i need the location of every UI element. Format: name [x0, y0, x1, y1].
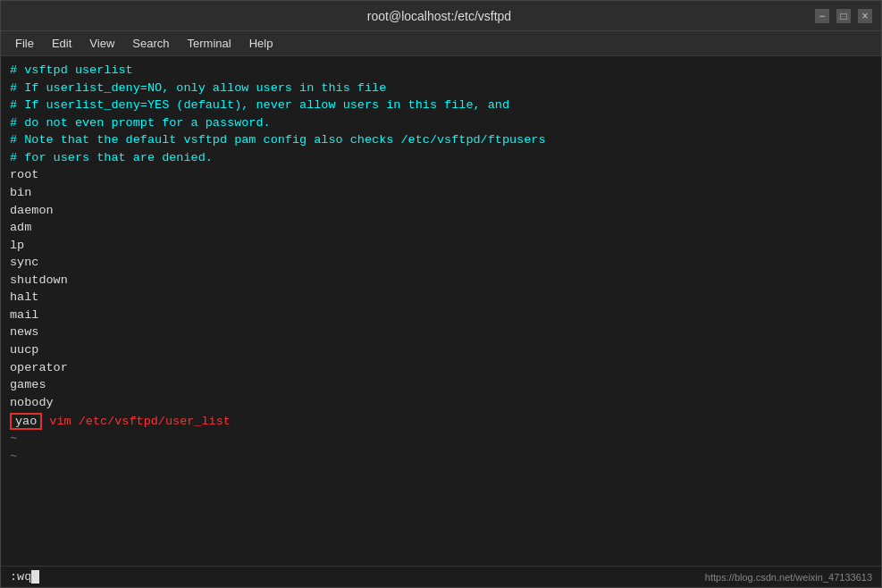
- line-5: # Note that the default vsftpd pam confi…: [10, 131, 872, 149]
- terminal-body[interactable]: # vsftpd userlist # If userlist_deny=NO,…: [1, 56, 881, 566]
- line-4: # do not even prompt for a password.: [10, 114, 872, 132]
- menu-help[interactable]: Help: [240, 35, 282, 52]
- menu-terminal[interactable]: Terminal: [179, 35, 240, 52]
- menu-edit[interactable]: Edit: [43, 35, 80, 52]
- window-title: root@localhost:/etc/vsftpd: [63, 9, 815, 23]
- tilde-1: ~: [10, 430, 872, 448]
- line-3: # If userlist_deny=YES (default), never …: [10, 97, 872, 114]
- line-operator: operator: [10, 359, 872, 377]
- line-sync: sync: [10, 254, 872, 272]
- menu-view[interactable]: View: [80, 35, 123, 52]
- close-button[interactable]: ×: [858, 9, 872, 23]
- status-bar: :wq https://blog.csdn.net/weixin_4713361…: [1, 566, 881, 587]
- line-6: # for users that are denied.: [10, 149, 872, 167]
- menu-bar: File Edit View Search Terminal Help: [1, 31, 881, 56]
- line-news: news: [10, 323, 872, 341]
- maximize-button[interactable]: □: [836, 9, 851, 23]
- line-halt: halt: [10, 289, 872, 307]
- menu-file[interactable]: File: [6, 35, 43, 52]
- line-2: # If userlist_deny=NO, only allow users …: [10, 80, 872, 97]
- line-mail: mail: [10, 307, 872, 324]
- url-text: https://blog.csdn.net/weixin_47133613: [705, 572, 872, 583]
- wq-command: :wq: [10, 570, 39, 584]
- minimize-button[interactable]: −: [815, 9, 829, 23]
- cursor-block: [31, 570, 39, 584]
- line-1: # vsftpd userlist: [10, 62, 872, 80]
- line-shutdown: shutdown: [10, 272, 872, 290]
- tilde-2: ~: [10, 448, 872, 466]
- yao-line: yao vim /etc/vsftpd/user_list: [10, 413, 872, 430]
- yao-label: yao: [10, 413, 42, 430]
- window-controls: − □ ×: [815, 9, 872, 23]
- line-lp: lp: [10, 237, 872, 255]
- line-nobody: nobody: [10, 394, 872, 412]
- vim-command: vim /etc/vsftpd/user_list: [49, 415, 231, 428]
- line-games: games: [10, 376, 872, 394]
- line-daemon: daemon: [10, 202, 872, 220]
- title-bar: root@localhost:/etc/vsftpd − □ ×: [1, 1, 881, 31]
- line-root: root: [10, 166, 872, 184]
- terminal-window: root@localhost:/etc/vsftpd − □ × File Ed…: [0, 0, 882, 588]
- line-uucp: uucp: [10, 341, 872, 359]
- line-adm: adm: [10, 219, 872, 237]
- menu-search[interactable]: Search: [123, 35, 178, 52]
- line-bin: bin: [10, 184, 872, 202]
